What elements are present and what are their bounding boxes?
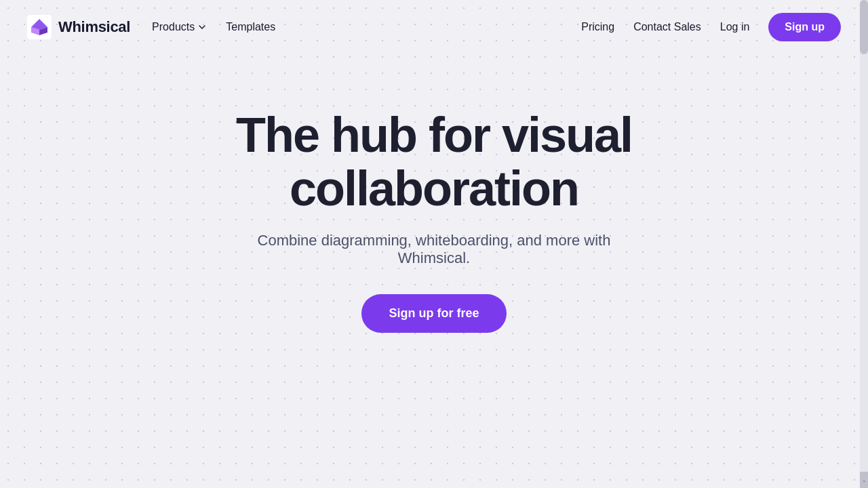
nav-link-login[interactable]: Log in	[720, 21, 750, 33]
hero-section: The hub for visual collaboration Combine…	[0, 54, 868, 333]
chevron-down-icon	[197, 22, 207, 32]
scrollbar[interactable]: ⌄	[860, 0, 868, 488]
hero-signup-button[interactable]: Sign up for free	[361, 294, 506, 333]
nav-signup-button[interactable]: Sign up	[768, 13, 841, 41]
nav-link-contact-sales[interactable]: Contact Sales	[633, 21, 701, 33]
nav-links-left: Products Templates	[152, 21, 275, 33]
nav-link-pricing[interactable]: Pricing	[581, 21, 614, 33]
nav-right: Pricing Contact Sales Log in Sign up	[581, 13, 841, 41]
navbar: Whimsical Products Templates Pricing Con…	[0, 0, 868, 54]
logo-link[interactable]: Whimsical	[27, 15, 130, 39]
nav-left: Whimsical Products Templates	[27, 15, 275, 39]
nav-link-products[interactable]: Products	[152, 21, 207, 33]
hero-title: The hub for visual collaboration	[129, 108, 739, 216]
scrollbar-thumb[interactable]	[860, 0, 868, 54]
hero-subtitle: Combine diagramming, whiteboarding, and …	[231, 232, 637, 267]
logo-text: Whimsical	[58, 18, 130, 36]
scroll-down-arrow[interactable]: ⌄	[860, 472, 868, 488]
nav-link-templates[interactable]: Templates	[226, 21, 275, 33]
logo-icon	[27, 15, 52, 39]
